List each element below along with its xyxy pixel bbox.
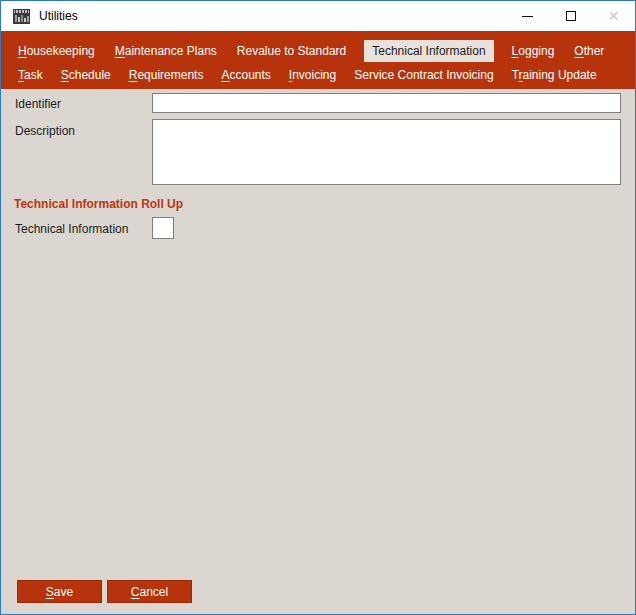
tab-revalue-to-standard[interactable]: Revalue to Standard <box>235 40 348 62</box>
tab-service-contract-invoicing[interactable]: Service Contract Invoicing <box>352 64 495 86</box>
tab-row-2: TaskScheduleRequirementsAccountsInvoicin… <box>16 63 635 86</box>
window-controls: ✕ <box>506 1 635 31</box>
cancel-button[interactable]: Cancel <box>107 580 192 603</box>
tab-logging[interactable]: Logging <box>510 40 557 62</box>
tab-task[interactable]: Task <box>16 64 45 86</box>
maximize-button[interactable] <box>549 1 592 31</box>
tab-accounts[interactable]: Accounts <box>219 64 272 86</box>
tab-band: HousekeepingMaintenance PlansRevalue to … <box>1 31 635 89</box>
minimize-button[interactable] <box>506 1 549 31</box>
tab-schedule[interactable]: Schedule <box>59 64 113 86</box>
maximize-icon <box>566 11 576 21</box>
minimize-icon <box>522 16 533 17</box>
identifier-label: Identifier <box>15 97 61 111</box>
description-input[interactable] <box>152 119 621 185</box>
rollup-section-heading: Technical Information Roll Up <box>14 197 183 211</box>
tab-row-1: HousekeepingMaintenance PlansRevalue to … <box>16 39 635 62</box>
save-button[interactable]: Save <box>17 580 102 603</box>
technical-information-input[interactable] <box>152 217 174 239</box>
window-title: Utilities <box>39 9 78 23</box>
utilities-app-icon <box>13 9 30 24</box>
description-label: Description <box>15 124 75 138</box>
tab-technical-information[interactable]: Technical Information <box>364 40 493 62</box>
titlebar: Utilities ✕ <box>1 1 635 31</box>
technical-information-label: Technical Information <box>15 222 128 236</box>
close-icon: ✕ <box>608 9 620 23</box>
tab-housekeeping[interactable]: Housekeeping <box>16 40 97 62</box>
utilities-window: Utilities ✕ HousekeepingMaintenance Plan… <box>0 0 636 615</box>
close-button[interactable]: ✕ <box>592 1 635 31</box>
identifier-input[interactable] <box>152 93 621 113</box>
tab-training-update[interactable]: Training Update <box>510 64 599 86</box>
tab-maintenance-plans[interactable]: Maintenance Plans <box>113 40 219 62</box>
tab-requirements[interactable]: Requirements <box>127 64 206 86</box>
tab-invoicing[interactable]: Invoicing <box>287 64 338 86</box>
tab-other[interactable]: Other <box>572 40 606 62</box>
